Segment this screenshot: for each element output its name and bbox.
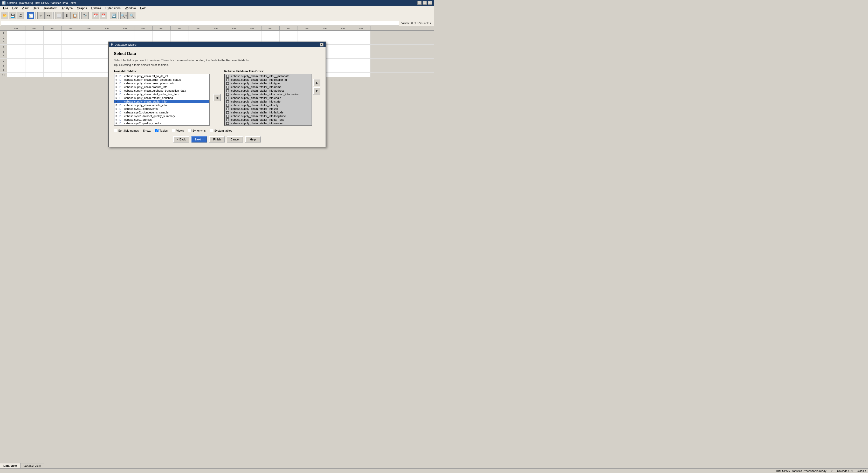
search-button[interactable]: 🔍 <box>128 12 135 19</box>
retrieve-fields-list[interactable]: 🔲 icebase.supply_chain.retailer_info.__m… <box>224 74 312 126</box>
dialog-close-button[interactable]: × <box>320 43 323 47</box>
table-name: icebase.sys01.cloudevents <box>124 107 158 110</box>
search-input[interactable] <box>1 21 399 25</box>
finish-button[interactable]: Finish <box>209 136 225 143</box>
list-item[interactable]: ⊞ 🗒 icebase.supply_chain.retail_order_li… <box>115 92 209 96</box>
show-system-tables-label[interactable]: System tables <box>214 129 232 132</box>
list-item[interactable]: ⊞ 🗒 icebase.sys01.dataset_quality_summar… <box>115 114 209 118</box>
show-tables-checkbox[interactable] <box>155 129 158 132</box>
retrieve-item[interactable]: 🔲 icebase.supply_chain.retailer_info.__t… <box>225 125 312 126</box>
menu-help[interactable]: Help <box>138 6 149 11</box>
expand-icon: ⊞ <box>116 100 118 103</box>
data-editor-button[interactable]: 📊 <box>27 12 34 19</box>
table-icon: 🗒 <box>119 111 123 114</box>
value-labels-button[interactable]: 📅 <box>92 12 99 19</box>
menu-graphs[interactable]: Graphs <box>75 6 89 11</box>
table-icon: 🗒 <box>119 104 123 107</box>
menu-window[interactable]: Window <box>123 6 138 11</box>
retrieve-item[interactable]: 🔲 icebase.supply_chain.retailer_info.zip <box>225 107 312 111</box>
retrieve-item[interactable]: 🔲 icebase.supply_chain.retailer_info.ret… <box>225 78 312 82</box>
show-synonyms-checkbox[interactable] <box>188 129 191 132</box>
back-button[interactable]: < Back <box>173 136 189 143</box>
table-name: icebase.sys01.profiles <box>124 118 152 121</box>
menu-file[interactable]: File <box>1 6 10 11</box>
expand-icon: ⊞ <box>116 82 118 85</box>
menu-transform[interactable]: Transform <box>41 6 59 11</box>
list-item[interactable]: ⊞ 🗒 icebase.sys01.cloudevents <box>115 107 209 111</box>
list-item[interactable]: ⊞ 🗒 icebase.supply_chain.product_info <box>115 85 209 89</box>
menu-view[interactable]: View <box>20 6 31 11</box>
list-item[interactable]: ⊞ 🗒 icebase.sys01.profiles <box>115 118 209 121</box>
retrieve-fields-panel: Retrieve Fields in This Order: 🔲 icebase… <box>224 69 320 126</box>
app-icon: 📊 <box>2 1 6 5</box>
retrieve-item[interactable]: 🔲 icebase.supply_chain.retailer_info.nam… <box>225 85 312 89</box>
find-button[interactable]: 🔭 <box>82 12 89 19</box>
list-item[interactable]: ⊞ 🗒 icebase.sys01.cloudevents_sample <box>115 111 209 114</box>
retrieve-item[interactable]: 🔲 icebase.supply_chain.retailer_info.sta… <box>225 100 312 103</box>
show-tables-label[interactable]: Tables <box>159 129 168 132</box>
list-item[interactable]: ⊞ 🗒 icebase.supply_chain.retailer_enrich… <box>115 96 209 100</box>
retrieve-item[interactable]: 🔲 icebase.supply_chain.retailer_info.lat… <box>225 118 312 121</box>
retrieve-item[interactable]: 🔲 icebase.supply_chain.retailer_info.ver… <box>225 121 312 125</box>
save-button[interactable]: 💾 <box>9 12 16 19</box>
list-item[interactable]: ⊞ 🗒 icebase.supply_chain.order_shipment_… <box>115 78 209 82</box>
field-icon: 🔲 <box>226 108 229 110</box>
table-name: icebase.supply_chain.retailer_info <box>124 100 167 103</box>
list-item[interactable]: ⊞ 🗒 icebase.sys01.quality_metrics <box>115 125 209 126</box>
sort-field-names-label[interactable]: Sort field names <box>118 129 139 132</box>
list-item[interactable]: ⊞ 🗒 icebase.supply_chain.vehicle_info <box>115 103 209 107</box>
retrieve-item[interactable]: 🔲 icebase.supply_chain.retailer_info.con… <box>225 92 312 96</box>
available-tables-list[interactable]: ⊞ 🗒 icebase.supply_chain.mf_to_dc_iot ⊞ … <box>114 74 210 126</box>
show-system-tables-checkbox[interactable] <box>210 129 213 132</box>
toolbar: 📂 💾 🖨 📊 ↩ ↪ ⬜ ⬇ 📋 🔭 📅 📅 🔄 🔍+ 🔍 <box>0 11 434 20</box>
menu-analyze[interactable]: Analyze <box>59 6 75 11</box>
list-item[interactable]: ⊞ 🗒 icebase.supply_chain.purchase_transa… <box>115 89 209 92</box>
undo-button[interactable]: ↩ <box>37 12 44 19</box>
table-name: icebase.supply_chain.purchase_transactio… <box>124 89 186 92</box>
go-to-case-button[interactable]: ⬜ <box>56 12 63 19</box>
right-panel-container: 🔲 icebase.supply_chain.retailer_info.__m… <box>224 74 320 126</box>
redo-button[interactable]: ↪ <box>45 12 53 19</box>
minimize-button[interactable]: − <box>417 1 422 5</box>
sort-field-names-checkbox[interactable] <box>114 129 117 132</box>
move-down-button[interactable]: ▼ <box>313 87 320 94</box>
retrieve-item[interactable]: 🔲 icebase.supply_chain.retailer_info.lat… <box>225 111 312 114</box>
list-item[interactable]: ⊞ 🗒 icebase.supply_chain.prescriptions_i… <box>115 82 209 85</box>
separator-6 <box>108 12 109 19</box>
menu-data[interactable]: Data <box>31 6 41 11</box>
retrieve-item[interactable]: 🔲 icebase.supply_chain.retailer_info.cha… <box>225 96 312 100</box>
open-button[interactable]: 📂 <box>1 12 8 19</box>
menu-utilities[interactable]: Utilities <box>89 6 103 11</box>
retrieve-item[interactable]: 🔲 icebase.supply_chain.retailer_info.typ… <box>225 82 312 85</box>
close-button[interactable]: × <box>428 1 432 5</box>
list-item-selected[interactable]: ⊞ 🗒 icebase.supply_chain.retailer_info <box>115 100 209 103</box>
retrieve-item[interactable]: 🔲 icebase.supply_chain.retailer_info.lon… <box>225 114 312 118</box>
use-variable-sets-button[interactable]: 📅 <box>100 12 107 19</box>
go-to-variable-button[interactable]: ⬇ <box>63 12 70 19</box>
maximize-button[interactable]: □ <box>423 1 427 5</box>
cancel-button[interactable]: Cancel <box>227 136 243 143</box>
print-button[interactable]: 🖨 <box>17 12 24 19</box>
menu-extensions[interactable]: Extensions <box>103 6 123 11</box>
show-views-label[interactable]: Views <box>176 129 184 132</box>
field-icon: 🔲 <box>226 118 229 121</box>
help-button[interactable]: Help <box>245 136 261 143</box>
menu-edit[interactable]: Edit <box>10 6 20 11</box>
retrieve-item[interactable]: 🔲 icebase.supply_chain.retailer_info.add… <box>225 89 312 92</box>
field-name: icebase.supply_chain.retailer_info.lat_l… <box>230 118 284 121</box>
variables-button[interactable]: 📋 <box>71 12 79 19</box>
list-item[interactable]: ⊞ 🗒 icebase.supply_chain.mf_to_dc_iot <box>115 74 209 78</box>
next-button[interactable]: Next > <box>191 136 207 143</box>
retrieve-item[interactable]: 🔲 icebase.supply_chain.retailer_info.__m… <box>225 74 312 78</box>
expand-icon: ⊞ <box>116 86 118 88</box>
dialog-body: Select Data Select the fields you want t… <box>109 47 326 147</box>
spell-check-button[interactable]: 🔄 <box>110 12 117 19</box>
retrieve-item[interactable]: 🔲 icebase.supply_chain.retailer_info.cit… <box>225 103 312 107</box>
insert-variable-button[interactable]: 🔍+ <box>120 12 128 19</box>
show-synonyms-label[interactable]: Synonyms <box>192 129 206 132</box>
list-item[interactable]: ⊞ 🗒 icebase.sys01.quality_checks <box>115 121 209 125</box>
transfer-button[interactable]: ◀ <box>214 94 221 101</box>
move-up-button[interactable]: ▲ <box>313 79 320 86</box>
show-views-checkbox[interactable] <box>172 129 175 132</box>
table-name: icebase.supply_chain.product_info <box>124 85 167 89</box>
